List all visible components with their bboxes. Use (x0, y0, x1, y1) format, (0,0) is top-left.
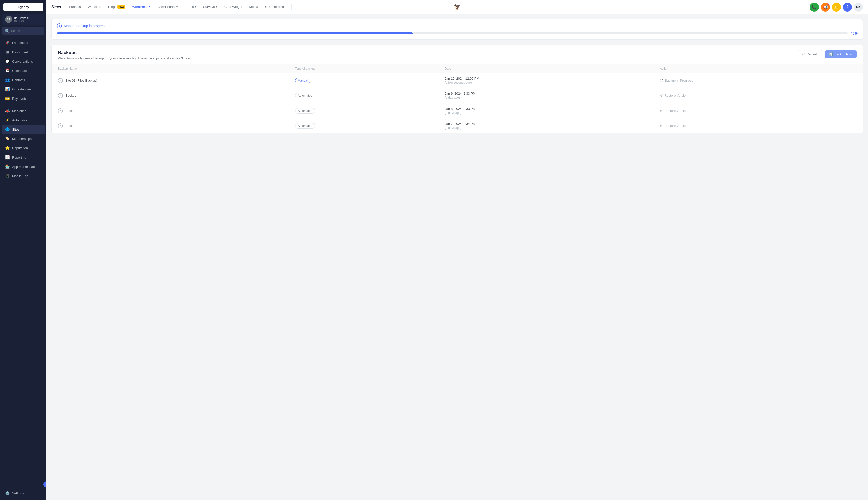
brand-logo[interactable]: Agency (3, 3, 44, 11)
automation-icon: ⚡ (5, 118, 10, 122)
backup-now-button[interactable]: 🔄 Backup Now (825, 50, 857, 58)
sidebar-item-calendars[interactable]: 📅 Calendars (1, 66, 45, 75)
sidebar-item-app-marketplace[interactable]: 🏪 App Marketplace (1, 162, 45, 171)
sidebar-item-label: Payments (12, 97, 27, 101)
col-type: Type of backup (289, 64, 439, 73)
dashboard-icon: ⊞ (5, 50, 10, 54)
backups-title-section: Backups We automatically create backup f… (58, 50, 192, 60)
date-primary: Jan 7, 2024, 2:34 PM (444, 122, 648, 126)
tab-surveys[interactable]: Surveys ▾ (200, 3, 220, 11)
tab-media[interactable]: Media (246, 3, 261, 11)
backup-icon: 🔄 (829, 52, 833, 56)
date-secondary: (a few seconds ago) (444, 81, 648, 84)
backup-name: Backup (65, 124, 76, 128)
help-button[interactable]: ? (843, 2, 852, 12)
backup-action-cell: Backup in Progress (654, 73, 863, 88)
sidebar-item-label: Reporting (12, 156, 26, 159)
calendar-icon: 📅 (5, 68, 10, 73)
sidebar-item-payments[interactable]: 💳 Payments (1, 94, 45, 103)
page-title: Sites (51, 5, 61, 9)
spinner-icon (660, 79, 663, 82)
refresh-button[interactable]: ↺ Refresh (798, 50, 822, 58)
sidebar-item-label: Opportunities (12, 88, 31, 91)
sidebar-item-label: Reputation (12, 146, 28, 150)
refresh-icon: ↺ (802, 52, 805, 56)
backup-type-cell: Automated (289, 118, 439, 134)
restore-version-button[interactable]: ↺ Restore Version (660, 124, 688, 128)
backup-name-cell: Backup (52, 88, 289, 103)
opportunities-icon: 📊 (5, 87, 10, 91)
tab-websites[interactable]: Websites (85, 3, 104, 11)
date-secondary: (3 days ago) (444, 126, 648, 130)
bell-icon: 🔔 (834, 5, 839, 10)
tab-forms[interactable]: Forms ▾ (182, 3, 199, 11)
progress-track (57, 32, 848, 34)
sidebar-item-opportunities[interactable]: 📊 Opportunities (1, 85, 45, 94)
col-date: Date (439, 64, 654, 73)
contacts-icon: 👥 (5, 78, 10, 82)
user-info: 0aSivakasi DALLAS, (14, 16, 39, 23)
restore-version-button[interactable]: ↺ Restore Version (660, 109, 688, 113)
sidebar-item-memberships[interactable]: 🏷️ Memberships (1, 134, 45, 143)
reporting-icon: 📈 (5, 155, 10, 160)
backup-name: Backup (65, 94, 76, 98)
sidebar-item-reporting[interactable]: 📈 Reporting (1, 153, 45, 162)
sidebar-item-contacts[interactable]: 👥 Contacts (1, 75, 45, 84)
user-name: 0aSivakasi (14, 16, 39, 20)
chevron-down-icon: ▾ (149, 5, 150, 8)
action-label: Backup in Progress (665, 79, 693, 82)
type-badge: Automated (295, 93, 315, 99)
table-row: Backup Automated Jan 9, 2024, 2:33 PM (a… (52, 88, 863, 103)
action-label: Restore Version (664, 124, 688, 128)
sidebar-item-sites[interactable]: 🌐 Sites (1, 125, 45, 134)
sidebar-item-marketing[interactable]: 📣 Marketing (1, 106, 45, 115)
col-backup-name: Backup Name (52, 64, 289, 73)
rocket-icon: 🚀 (5, 41, 10, 45)
clock-icon (58, 78, 63, 83)
sidebar-item-settings[interactable]: ⚙️ Settings (1, 489, 45, 498)
megaphone-icon: 📢 (823, 5, 828, 10)
sidebar-item-launchpad[interactable]: 🚀 Launchpad (1, 38, 45, 47)
sidebar-item-reputation[interactable]: ⭐ Reputation (1, 144, 45, 152)
nav-divider (291, 4, 292, 10)
sidebar-item-label: Conversations (12, 59, 33, 63)
sidebar-item-conversations[interactable]: 💬 Conversations (1, 57, 45, 66)
sidebar-item-label: Settings (12, 491, 24, 495)
backup-date-cell: Jan 8, 2024, 2:33 PM (2 days ago) (439, 103, 654, 118)
phone-button[interactable]: 📞 (810, 2, 819, 12)
search-icon: 🔍 (4, 29, 10, 33)
table-row: Site 01 (Files Backup) Manual Jan 10, 20… (52, 73, 863, 88)
tab-url-redirects[interactable]: URL Redirects (262, 3, 289, 11)
backups-header: Backups We automatically create backup f… (52, 45, 863, 64)
bell-button[interactable]: 🔔 (832, 2, 841, 12)
search-bar[interactable]: 🔍 ⌘K + (2, 27, 45, 35)
sidebar-item-automation[interactable]: ⚡ Automation (1, 116, 45, 125)
clock-icon (58, 108, 63, 113)
sidebar-item-dashboard[interactable]: ⊞ Dashboard (1, 47, 45, 57)
tab-blogs[interactable]: Blogs New (105, 3, 128, 11)
type-badge: Manual (295, 78, 310, 83)
sidebar-item-mobile-app[interactable]: 📱 Mobile App (1, 171, 45, 180)
user-avatar[interactable]: RK (854, 2, 863, 12)
user-location: DALLAS, (14, 20, 39, 23)
restore-version-button[interactable]: ↺ Restore Version (660, 94, 688, 98)
payments-icon: 💳 (5, 96, 10, 101)
backup-name: Backup (65, 109, 76, 113)
tab-funnels[interactable]: Funnels (66, 3, 84, 11)
tab-wordpress[interactable]: WordPress ▾ (129, 3, 153, 11)
backup-type-cell: Manual (289, 73, 439, 88)
chat-icon: 💬 (5, 59, 10, 64)
backup-name-cell: Site 01 (Files Backup) (52, 73, 289, 88)
megaphone-button[interactable]: 📢 (821, 2, 830, 12)
tab-client-portal[interactable]: Client Portal ▾ (154, 3, 181, 11)
marketplace-icon: 🏪 (5, 164, 10, 169)
sidebar-item-label: App Marketplace (12, 165, 37, 169)
global-header-actions: 📞 📢 🔔 ? RK (810, 0, 863, 14)
backup-name: Site 01 (Files Backup) (65, 79, 97, 82)
search-input[interactable] (11, 29, 46, 33)
sidebar: Agency 0S 0aSivakasi DALLAS, ⌄ 🔍 ⌘K + 🚀 … (0, 0, 46, 500)
table-row: Backup Automated Jan 8, 2024, 2:33 PM (2… (52, 103, 863, 118)
settings-icon: ⚙️ (5, 491, 10, 496)
user-profile[interactable]: 0S 0aSivakasi DALLAS, ⌄ (2, 14, 45, 25)
tab-chat-widget[interactable]: Chat Widget (221, 3, 245, 11)
